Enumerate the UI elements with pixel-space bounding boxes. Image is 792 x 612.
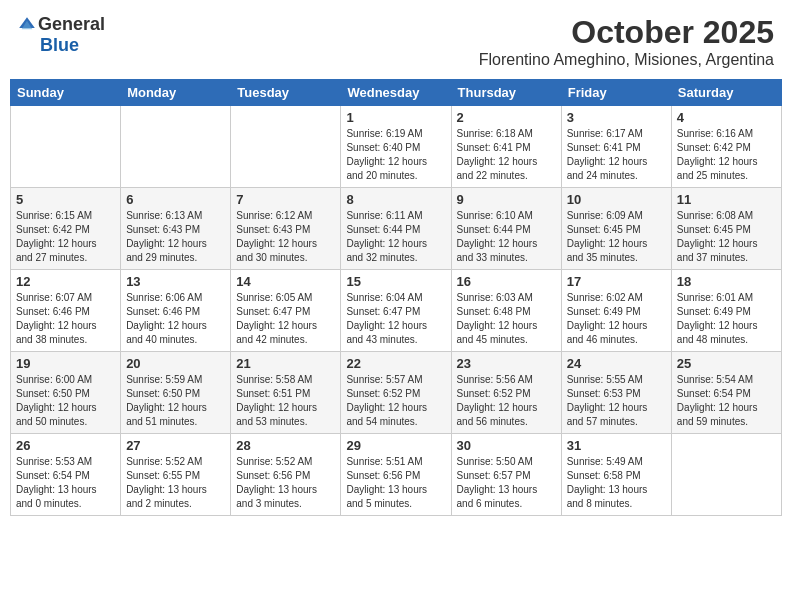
day-number: 5: [16, 192, 115, 207]
day-number: 30: [457, 438, 556, 453]
weekday-header: Sunday: [11, 80, 121, 106]
day-number: 17: [567, 274, 666, 289]
day-number: 14: [236, 274, 335, 289]
calendar-cell: 23Sunrise: 5:56 AM Sunset: 6:52 PM Dayli…: [451, 352, 561, 434]
calendar-cell: 22Sunrise: 5:57 AM Sunset: 6:52 PM Dayli…: [341, 352, 451, 434]
day-info: Sunrise: 6:16 AM Sunset: 6:42 PM Dayligh…: [677, 127, 776, 183]
day-info: Sunrise: 6:08 AM Sunset: 6:45 PM Dayligh…: [677, 209, 776, 265]
day-number: 23: [457, 356, 556, 371]
weekday-header-row: SundayMondayTuesdayWednesdayThursdayFrid…: [11, 80, 782, 106]
calendar: SundayMondayTuesdayWednesdayThursdayFrid…: [10, 79, 782, 516]
day-info: Sunrise: 6:02 AM Sunset: 6:49 PM Dayligh…: [567, 291, 666, 347]
day-info: Sunrise: 6:07 AM Sunset: 6:46 PM Dayligh…: [16, 291, 115, 347]
day-info: Sunrise: 6:01 AM Sunset: 6:49 PM Dayligh…: [677, 291, 776, 347]
calendar-cell: 21Sunrise: 5:58 AM Sunset: 6:51 PM Dayli…: [231, 352, 341, 434]
logo-icon: [18, 16, 36, 34]
day-number: 4: [677, 110, 776, 125]
day-info: Sunrise: 6:00 AM Sunset: 6:50 PM Dayligh…: [16, 373, 115, 429]
day-number: 21: [236, 356, 335, 371]
calendar-cell: 2Sunrise: 6:18 AM Sunset: 6:41 PM Daylig…: [451, 106, 561, 188]
calendar-cell: 16Sunrise: 6:03 AM Sunset: 6:48 PM Dayli…: [451, 270, 561, 352]
calendar-cell: 30Sunrise: 5:50 AM Sunset: 6:57 PM Dayli…: [451, 434, 561, 516]
day-info: Sunrise: 6:17 AM Sunset: 6:41 PM Dayligh…: [567, 127, 666, 183]
weekday-header: Tuesday: [231, 80, 341, 106]
month-title: October 2025: [479, 14, 774, 51]
logo-general: General: [38, 14, 105, 35]
day-number: 8: [346, 192, 445, 207]
calendar-cell: 14Sunrise: 6:05 AM Sunset: 6:47 PM Dayli…: [231, 270, 341, 352]
day-info: Sunrise: 5:58 AM Sunset: 6:51 PM Dayligh…: [236, 373, 335, 429]
day-number: 24: [567, 356, 666, 371]
day-info: Sunrise: 6:18 AM Sunset: 6:41 PM Dayligh…: [457, 127, 556, 183]
calendar-week-row: 19Sunrise: 6:00 AM Sunset: 6:50 PM Dayli…: [11, 352, 782, 434]
day-info: Sunrise: 6:11 AM Sunset: 6:44 PM Dayligh…: [346, 209, 445, 265]
calendar-week-row: 26Sunrise: 5:53 AM Sunset: 6:54 PM Dayli…: [11, 434, 782, 516]
calendar-cell: 3Sunrise: 6:17 AM Sunset: 6:41 PM Daylig…: [561, 106, 671, 188]
calendar-cell: 18Sunrise: 6:01 AM Sunset: 6:49 PM Dayli…: [671, 270, 781, 352]
subtitle: Florentino Ameghino, Misiones, Argentina: [479, 51, 774, 69]
day-number: 1: [346, 110, 445, 125]
calendar-cell: [231, 106, 341, 188]
day-info: Sunrise: 6:04 AM Sunset: 6:47 PM Dayligh…: [346, 291, 445, 347]
calendar-cell: 26Sunrise: 5:53 AM Sunset: 6:54 PM Dayli…: [11, 434, 121, 516]
calendar-cell: 12Sunrise: 6:07 AM Sunset: 6:46 PM Dayli…: [11, 270, 121, 352]
calendar-cell: 6Sunrise: 6:13 AM Sunset: 6:43 PM Daylig…: [121, 188, 231, 270]
day-number: 19: [16, 356, 115, 371]
calendar-cell: [671, 434, 781, 516]
day-number: 11: [677, 192, 776, 207]
day-info: Sunrise: 6:12 AM Sunset: 6:43 PM Dayligh…: [236, 209, 335, 265]
day-number: 10: [567, 192, 666, 207]
day-info: Sunrise: 6:19 AM Sunset: 6:40 PM Dayligh…: [346, 127, 445, 183]
calendar-cell: 20Sunrise: 5:59 AM Sunset: 6:50 PM Dayli…: [121, 352, 231, 434]
calendar-cell: 10Sunrise: 6:09 AM Sunset: 6:45 PM Dayli…: [561, 188, 671, 270]
day-info: Sunrise: 5:55 AM Sunset: 6:53 PM Dayligh…: [567, 373, 666, 429]
calendar-cell: 29Sunrise: 5:51 AM Sunset: 6:56 PM Dayli…: [341, 434, 451, 516]
calendar-cell: 4Sunrise: 6:16 AM Sunset: 6:42 PM Daylig…: [671, 106, 781, 188]
day-info: Sunrise: 6:15 AM Sunset: 6:42 PM Dayligh…: [16, 209, 115, 265]
day-number: 29: [346, 438, 445, 453]
calendar-cell: 7Sunrise: 6:12 AM Sunset: 6:43 PM Daylig…: [231, 188, 341, 270]
day-info: Sunrise: 5:56 AM Sunset: 6:52 PM Dayligh…: [457, 373, 556, 429]
calendar-cell: 15Sunrise: 6:04 AM Sunset: 6:47 PM Dayli…: [341, 270, 451, 352]
day-info: Sunrise: 6:03 AM Sunset: 6:48 PM Dayligh…: [457, 291, 556, 347]
day-number: 28: [236, 438, 335, 453]
weekday-header: Monday: [121, 80, 231, 106]
day-number: 15: [346, 274, 445, 289]
day-number: 20: [126, 356, 225, 371]
day-info: Sunrise: 5:54 AM Sunset: 6:54 PM Dayligh…: [677, 373, 776, 429]
logo: General Blue: [18, 14, 105, 56]
calendar-cell: 31Sunrise: 5:49 AM Sunset: 6:58 PM Dayli…: [561, 434, 671, 516]
day-info: Sunrise: 6:09 AM Sunset: 6:45 PM Dayligh…: [567, 209, 666, 265]
day-info: Sunrise: 5:57 AM Sunset: 6:52 PM Dayligh…: [346, 373, 445, 429]
title-area: October 2025 Florentino Ameghino, Mision…: [479, 14, 774, 69]
calendar-cell: 25Sunrise: 5:54 AM Sunset: 6:54 PM Dayli…: [671, 352, 781, 434]
day-info: Sunrise: 5:52 AM Sunset: 6:56 PM Dayligh…: [236, 455, 335, 511]
day-info: Sunrise: 6:05 AM Sunset: 6:47 PM Dayligh…: [236, 291, 335, 347]
weekday-header: Saturday: [671, 80, 781, 106]
calendar-cell: 13Sunrise: 6:06 AM Sunset: 6:46 PM Dayli…: [121, 270, 231, 352]
calendar-cell: 27Sunrise: 5:52 AM Sunset: 6:55 PM Dayli…: [121, 434, 231, 516]
day-info: Sunrise: 6:13 AM Sunset: 6:43 PM Dayligh…: [126, 209, 225, 265]
calendar-cell: [121, 106, 231, 188]
calendar-cell: 11Sunrise: 6:08 AM Sunset: 6:45 PM Dayli…: [671, 188, 781, 270]
day-number: 12: [16, 274, 115, 289]
day-number: 7: [236, 192, 335, 207]
day-number: 2: [457, 110, 556, 125]
calendar-week-row: 12Sunrise: 6:07 AM Sunset: 6:46 PM Dayli…: [11, 270, 782, 352]
calendar-cell: 17Sunrise: 6:02 AM Sunset: 6:49 PM Dayli…: [561, 270, 671, 352]
day-number: 6: [126, 192, 225, 207]
calendar-cell: 5Sunrise: 6:15 AM Sunset: 6:42 PM Daylig…: [11, 188, 121, 270]
day-number: 22: [346, 356, 445, 371]
day-info: Sunrise: 5:59 AM Sunset: 6:50 PM Dayligh…: [126, 373, 225, 429]
calendar-cell: 19Sunrise: 6:00 AM Sunset: 6:50 PM Dayli…: [11, 352, 121, 434]
day-number: 26: [16, 438, 115, 453]
day-info: Sunrise: 6:06 AM Sunset: 6:46 PM Dayligh…: [126, 291, 225, 347]
day-number: 13: [126, 274, 225, 289]
weekday-header: Thursday: [451, 80, 561, 106]
day-number: 18: [677, 274, 776, 289]
day-info: Sunrise: 5:53 AM Sunset: 6:54 PM Dayligh…: [16, 455, 115, 511]
day-number: 9: [457, 192, 556, 207]
calendar-week-row: 5Sunrise: 6:15 AM Sunset: 6:42 PM Daylig…: [11, 188, 782, 270]
day-number: 3: [567, 110, 666, 125]
weekday-header: Wednesday: [341, 80, 451, 106]
